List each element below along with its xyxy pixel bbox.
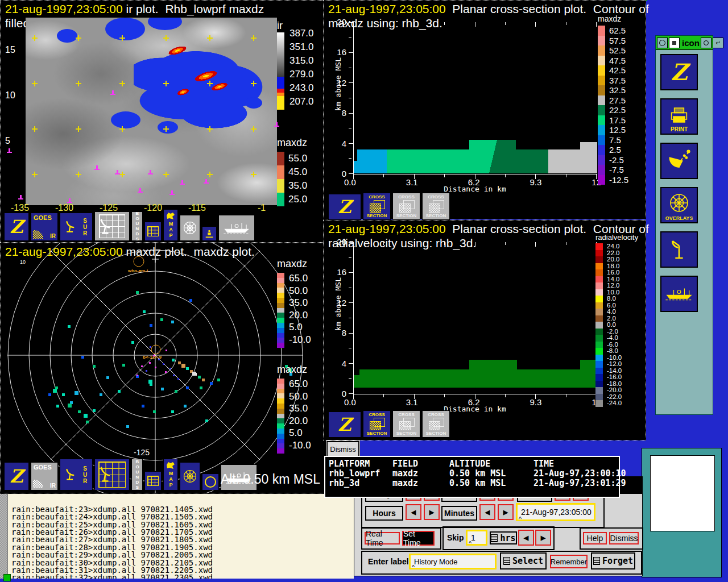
colorbar-entry: 4.0 <box>595 309 638 315</box>
dismiss-button[interactable]: Dismiss <box>609 532 639 544</box>
radar-dish-icon <box>98 464 115 484</box>
grid-survey-icon[interactable] <box>94 459 130 490</box>
cross-section-button[interactable]: CROSS SECTION <box>392 410 420 438</box>
skip-input[interactable]: 1^ <box>466 530 487 546</box>
grid-survey-icon[interactable] <box>94 211 130 241</box>
x-ticks-top <box>353 242 597 247</box>
menu-icon <box>593 557 600 565</box>
hours-decrement-button[interactable]: ◀ <box>406 504 421 520</box>
ir-colorbar-gradient <box>277 32 284 110</box>
ppi-plot-window: 21-aug-1997,23:05:00 maxdz plot. maxdz p… <box>0 243 329 493</box>
bounds-icon[interactable]: BOUNDS <box>131 211 143 241</box>
enter-label: Enter label: <box>368 557 411 566</box>
colorbar-entry: -20.0 <box>595 387 638 394</box>
xsection-plot-area[interactable] <box>353 22 597 174</box>
colorbar-entry: 8.0 <box>595 296 638 302</box>
satellite-ir-image[interactable] <box>26 18 277 205</box>
map-icon[interactable]: MAP <box>163 459 178 490</box>
ship-icon[interactable] <box>660 276 698 312</box>
maxdz-colorbar-title: maxdz <box>277 137 328 149</box>
polar-overlay-icon[interactable] <box>180 215 200 241</box>
colorbar-values: 65.050.035.020.05.0-10.0 <box>289 379 311 451</box>
skip-label: Skip <box>447 533 464 542</box>
select-button[interactable]: Select <box>500 552 547 569</box>
cross-section-button-active[interactable]: CROSS SECTION <box>363 410 391 438</box>
goes-ir-icon[interactable]: GOES IR <box>31 213 58 241</box>
xsection-maxdz-window: 21-aug-1997,23:05:00 Planar cross-sectio… <box>323 0 646 219</box>
icon-window-titlebar[interactable]: icon ↵ <box>656 36 713 50</box>
hours-button[interactable]: Hours <box>365 506 403 521</box>
remember-button[interactable]: Remember <box>550 555 588 568</box>
field-cell: maxdz <box>392 479 449 488</box>
print-icon[interactable]: PRINT <box>660 98 698 135</box>
menu-icon <box>503 557 510 565</box>
small-grid-icon[interactable] <box>144 471 162 490</box>
station-markers <box>1 1 6 2</box>
maxdz-colorbar: maxdz 55.045.035.025.0 <box>277 137 328 206</box>
ir-colorbar: ir 387.0351.0315.0279.0243.0207.0 <box>277 20 328 32</box>
skip-forward-button[interactable]: ▶ <box>535 530 551 546</box>
time-input[interactable]: 21-Aug-97,23:05:00^ <box>516 503 595 521</box>
window-zoom-button[interactable] <box>701 38 712 48</box>
wheel-glyph <box>182 220 198 236</box>
xsection-plot-area[interactable] <box>353 242 597 394</box>
help-button[interactable]: Help <box>583 532 607 544</box>
cross-section-button[interactable]: CROSS SECTION <box>422 193 450 220</box>
minutes-button[interactable]: Minutes <box>441 506 477 521</box>
range-ring-icon[interactable] <box>202 473 219 490</box>
ppi-x-tick-label: -125 <box>134 448 150 457</box>
zebra-logo-icon[interactable]: Z <box>4 213 29 241</box>
zebra-logo-icon[interactable]: Z <box>660 54 698 90</box>
profiler-antenna-icon[interactable] <box>660 231 698 268</box>
table-header: PLATFORMFIELDALTITUDETIME <box>329 459 615 469</box>
cross-section-button[interactable]: CROSS SECTION <box>422 410 450 438</box>
hours-increment-button[interactable]: ▶ <box>424 504 440 520</box>
set-time-button[interactable]: Set Time <box>402 531 435 546</box>
window-close-button[interactable]: ↵ <box>713 38 723 48</box>
sur-radar-icon[interactable]: SUR <box>60 213 93 241</box>
column-header: PLATFORM <box>329 459 392 469</box>
cross-section-button[interactable]: CROSS SECTION <box>392 193 420 220</box>
window-iconify-button[interactable] <box>669 38 680 48</box>
forget-button[interactable]: Forget <box>591 552 635 569</box>
skip-back-button[interactable]: ◀ <box>518 530 534 546</box>
map-glyph <box>166 212 175 220</box>
ship-icon[interactable] <box>218 215 255 241</box>
cube-icon <box>370 200 384 213</box>
sur-radar-icon[interactable]: SUR <box>60 459 93 490</box>
small-grid-icon[interactable] <box>144 222 162 241</box>
workspace-indicator[interactable] <box>3 574 11 581</box>
y-tick-label: 10 <box>5 90 15 101</box>
colorbar-entry: 12.5 <box>598 125 628 135</box>
zebra-logo-icon[interactable]: Z <box>4 462 29 490</box>
window-menu-button[interactable] <box>657 38 668 48</box>
platform-cell: rhb_3d <box>329 479 392 488</box>
dismiss-button[interactable]: Dismiss <box>326 441 359 457</box>
site-label: who-am-i <box>128 268 148 273</box>
label-input[interactable]: History Mode^ <box>409 554 497 569</box>
radar-dish-icon <box>98 217 115 236</box>
cloud-patch <box>245 97 262 109</box>
overlays-icon[interactable]: OVERLAYS <box>660 187 698 223</box>
zebra-logo-icon[interactable]: Z <box>328 411 361 438</box>
background-window-content <box>650 455 715 531</box>
real-time-button[interactable]: Real Time <box>365 532 400 544</box>
terminal-scrollbar[interactable] <box>0 494 8 579</box>
map-icon[interactable]: MAP <box>163 209 178 241</box>
cross-section-button-active[interactable]: CROSS SECTION <box>363 193 391 220</box>
bounds-icon[interactable]: BOUNDS <box>131 459 143 490</box>
minutes-increment-button[interactable]: ▶ <box>498 504 514 520</box>
buoy-icon[interactable] <box>202 226 217 241</box>
polar-overlay-icon[interactable] <box>180 462 200 490</box>
satellite-dish-icon[interactable] <box>660 143 698 179</box>
colorbar-entry: 7.5 <box>598 135 628 146</box>
skip-units-button[interactable]: hrs <box>490 531 517 544</box>
goes-ir-icon[interactable]: GOES IR <box>31 462 58 490</box>
minutes-decrement-button[interactable]: ◀ <box>479 504 495 520</box>
dish-glyph <box>667 148 692 173</box>
zebra-logo-icon[interactable]: Z <box>328 194 361 220</box>
ship-glyph <box>222 221 251 235</box>
cube-icon <box>399 200 414 213</box>
terminal-window[interactable]: rain:beaufait:23>xdump.all 970821.1405.x… <box>0 493 354 579</box>
cube-icon <box>370 418 384 430</box>
